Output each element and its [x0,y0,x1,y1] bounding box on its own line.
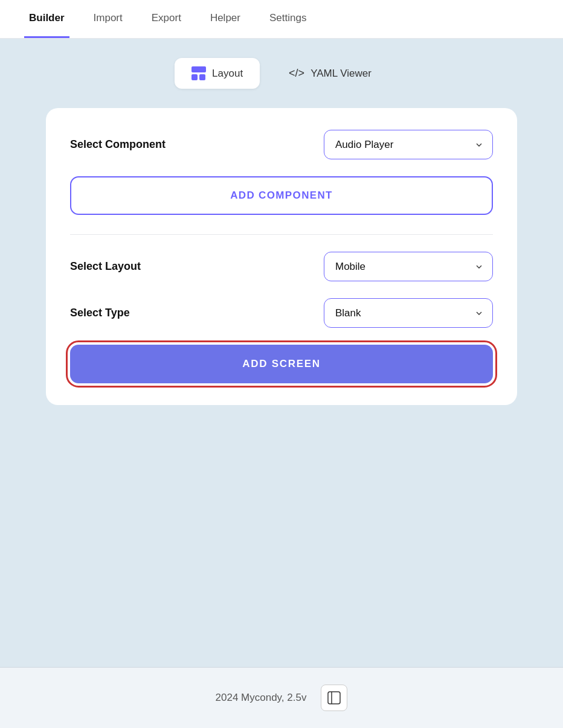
select-component-row: Select Component Audio Player [70,130,493,159]
select-component-label: Select Component [70,138,166,151]
layout-select[interactable]: Mobile [324,252,493,281]
footer-copyright: 2024 Mycondy, 2.5v [216,692,307,704]
select-type-row: Select Type Blank [70,298,493,328]
layout-icon-top [191,66,206,72]
tab-builder[interactable]: Builder [24,0,69,38]
sidebar-icon [327,691,341,704]
yaml-code-icon: </> [289,67,304,80]
layout-icon-bottom [191,74,206,80]
select-layout-row: Select Layout Mobile [70,252,493,281]
tab-export[interactable]: Export [147,0,186,38]
layout-icon [191,66,206,80]
svg-rect-0 [328,692,340,704]
tab-import[interactable]: Import [89,0,127,38]
component-select[interactable]: Audio Player [324,130,493,159]
view-toggle: Layout </> YAML Viewer [175,58,388,89]
yaml-label: YAML Viewer [310,68,372,80]
type-select[interactable]: Blank [324,298,493,328]
tab-helper[interactable]: Helper [205,0,245,38]
divider [70,234,493,235]
sidebar-toggle-button[interactable] [321,685,347,711]
top-nav: Builder Import Export Helper Settings [0,0,563,39]
footer: 2024 Mycondy, 2.5v [0,667,563,728]
layout-view-option[interactable]: Layout [175,58,260,89]
main-card: Select Component Audio Player ADD COMPON… [46,108,517,405]
main-area: Layout </> YAML Viewer Select Component … [0,39,563,667]
layout-icon-sq2 [199,74,205,80]
yaml-view-option[interactable]: </> YAML Viewer [272,59,388,88]
tab-settings[interactable]: Settings [265,0,311,38]
layout-label: Layout [212,68,243,80]
add-component-button[interactable]: ADD COMPONENT [70,176,493,215]
add-screen-button[interactable]: ADD SCREEN [70,345,493,383]
select-type-label: Select Type [70,307,130,319]
layout-icon-sq1 [191,74,198,80]
select-layout-label: Select Layout [70,260,141,273]
